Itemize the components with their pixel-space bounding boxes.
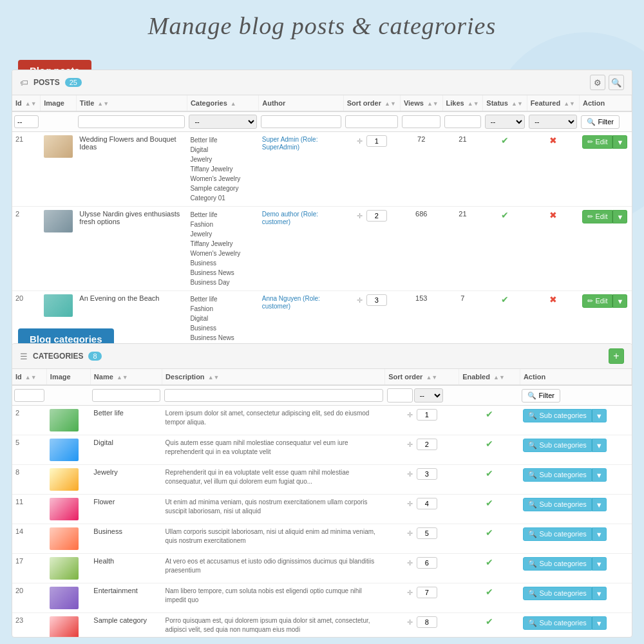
cell-image (41, 207, 77, 291)
edit-button[interactable]: ✏ Edit (582, 294, 612, 308)
edit-button[interactable]: ✏ Edit (582, 210, 612, 223)
sort-order-input[interactable] (366, 210, 387, 222)
sub-categories-btn[interactable]: 🔍 Sub categories (523, 468, 591, 482)
table-row: 14 Business Ullam corporis suscipit labo… (12, 524, 632, 554)
cat-filter-sort-input[interactable] (387, 388, 413, 402)
sub-categories-btn[interactable]: 🔍 Sub categories (523, 587, 591, 600)
posts-search-btn[interactable]: 🔍 (609, 75, 624, 90)
table-row: 5 Digital Quis autem esse quam nihil mol… (12, 435, 632, 465)
edit-button[interactable]: ✏ Edit (582, 135, 612, 149)
cat-filter-id-input[interactable] (14, 389, 44, 402)
cat-drag-handle[interactable]: ✛ (407, 500, 413, 507)
action-group: ✏ Edit ▼ (582, 210, 628, 223)
filter-status-select[interactable]: -- (485, 115, 525, 129)
cat-drag-handle[interactable]: ✛ (407, 529, 413, 537)
sub-dropdown-btn[interactable]: ▼ (592, 409, 607, 422)
drag-handle[interactable]: ✛ (357, 137, 363, 145)
cats-filter-btn[interactable]: 🔍 Filter (522, 389, 560, 402)
filter-id-input[interactable] (14, 115, 39, 128)
filter-title-input[interactable] (78, 115, 185, 128)
featured-x: ✖ (549, 135, 557, 146)
cat-sort-input[interactable] (417, 498, 437, 509)
cell-views: 72 (400, 132, 442, 207)
cat-sort-input[interactable] (417, 439, 437, 450)
author-link[interactable]: Anna Nguyen (Role: customer) (262, 295, 320, 310)
sub-categories-btn[interactable]: 🔍 Sub categories (523, 527, 591, 541)
edit-dropdown-btn[interactable]: ▼ (612, 294, 627, 308)
cat-sort-input[interactable] (417, 527, 437, 539)
sub-categories-btn[interactable]: 🔍 Sub categories (523, 439, 591, 452)
cat-cell-name: Entertainment (90, 583, 162, 613)
posts-filter-btn[interactable]: 🔍 Filter (581, 115, 620, 129)
cat-action-group: 🔍 Sub categories ▼ (523, 409, 628, 422)
cat-thumbnail (50, 557, 79, 580)
cat-thumbnail (50, 527, 79, 550)
cat-drag-handle[interactable]: ✛ (407, 589, 413, 596)
cell-action: ✏ Edit ▼ (579, 207, 631, 291)
cell-featured: ✖ (527, 207, 579, 291)
col-featured: Featured ▲▼ (527, 95, 579, 111)
cat-drag-handle[interactable]: ✛ (407, 559, 413, 567)
cat-cell-image (46, 435, 90, 465)
sort-order-input[interactable] (366, 135, 387, 147)
cat-drag-handle[interactable]: ✛ (407, 440, 413, 448)
cat-action-group: 🔍 Sub categories ▼ (523, 498, 628, 511)
cat-sort-input[interactable] (417, 468, 437, 480)
sub-dropdown-btn[interactable]: ▼ (592, 439, 607, 452)
posts-settings-btn[interactable]: ⚙ (590, 75, 605, 90)
enabled-check: ✔ (486, 557, 493, 567)
cats-table: Id ▲▼ Image Name ▲▼ Description ▲▼ Sort … (12, 369, 632, 638)
featured-x: ✖ (549, 294, 557, 305)
sub-dropdown-btn[interactable]: ▼ (592, 587, 607, 600)
sub-dropdown-btn[interactable]: ▼ (592, 616, 607, 630)
filter-likes-input[interactable] (444, 115, 481, 128)
cell-title: Ulysse Nardin gives enthusiasts fresh op… (76, 207, 187, 291)
cat-drag-handle[interactable]: ✛ (407, 618, 413, 626)
cat-cell-image (46, 554, 90, 583)
edit-dropdown-btn[interactable]: ▼ (612, 210, 627, 223)
sub-categories-btn[interactable]: 🔍 Sub categories (523, 498, 591, 511)
cat-filter-desc-input[interactable] (164, 389, 383, 402)
filter-featured-select[interactable]: -- (529, 115, 577, 129)
action-group: ✏ Edit ▼ (582, 294, 628, 308)
filter-sort-input[interactable] (345, 115, 398, 128)
posts-panel: 🏷 POSTS 25 ⚙ 🔍 Id ▲▼ Image Title ▲▼ Cate… (12, 70, 632, 369)
cat-col-enabled: Enabled ▲▼ (459, 369, 520, 385)
sub-dropdown-btn[interactable]: ▼ (592, 557, 607, 571)
posts-header-actions: ⚙ 🔍 (590, 75, 624, 90)
sort-order-input[interactable] (366, 294, 387, 306)
sub-categories-btn[interactable]: 🔍 Sub categories (523, 557, 591, 571)
cats-add-btn[interactable]: + (609, 348, 624, 364)
cat-col-id: Id ▲▼ (12, 369, 46, 385)
sub-categories-btn[interactable]: 🔍 Sub categories (523, 409, 591, 422)
cat-cell-action: 🔍 Sub categories ▼ (520, 495, 631, 524)
cat-cell-desc: Nam libero tempore, cum soluta nobis est… (162, 583, 385, 613)
cat-sort-input[interactable] (417, 557, 437, 569)
author-link[interactable]: Demo author (Role: customer) (262, 211, 318, 225)
sub-dropdown-btn[interactable]: ▼ (592, 527, 607, 541)
col-id: Id ▲▼ (12, 95, 41, 111)
cat-drag-handle[interactable]: ✛ (407, 470, 413, 478)
drag-handle[interactable]: ✛ (357, 212, 363, 220)
post-thumbnail (44, 135, 73, 158)
filter-categories-select[interactable]: -- (189, 115, 256, 129)
cats-header-actions: + (609, 348, 624, 364)
cat-cell-desc: Ut enim ad minima veniam, quis nostrum e… (162, 495, 385, 524)
author-link[interactable]: Super Admin (Role: SuperAdmin) (262, 136, 318, 151)
cat-sort-input[interactable] (417, 616, 437, 628)
sub-dropdown-btn[interactable]: ▼ (592, 468, 607, 482)
cat-cell-sort-order: ✛ (385, 495, 459, 524)
cat-filter-name-input[interactable] (92, 389, 160, 402)
cat-filter-sort-select[interactable]: -- (414, 388, 443, 402)
filter-views-input[interactable] (402, 115, 440, 128)
cat-cell-id: 23 (12, 613, 46, 638)
cat-drag-handle[interactable]: ✛ (407, 411, 413, 419)
cat-sort-input[interactable] (417, 587, 437, 598)
sub-categories-btn[interactable]: 🔍 Sub categories (523, 616, 591, 630)
cat-thumbnail (50, 587, 79, 609)
sub-dropdown-btn[interactable]: ▼ (592, 498, 607, 511)
drag-handle[interactable]: ✛ (357, 296, 363, 304)
cat-sort-input[interactable] (417, 409, 437, 421)
filter-author-input[interactable] (261, 115, 342, 128)
edit-dropdown-btn[interactable]: ▼ (612, 135, 627, 149)
